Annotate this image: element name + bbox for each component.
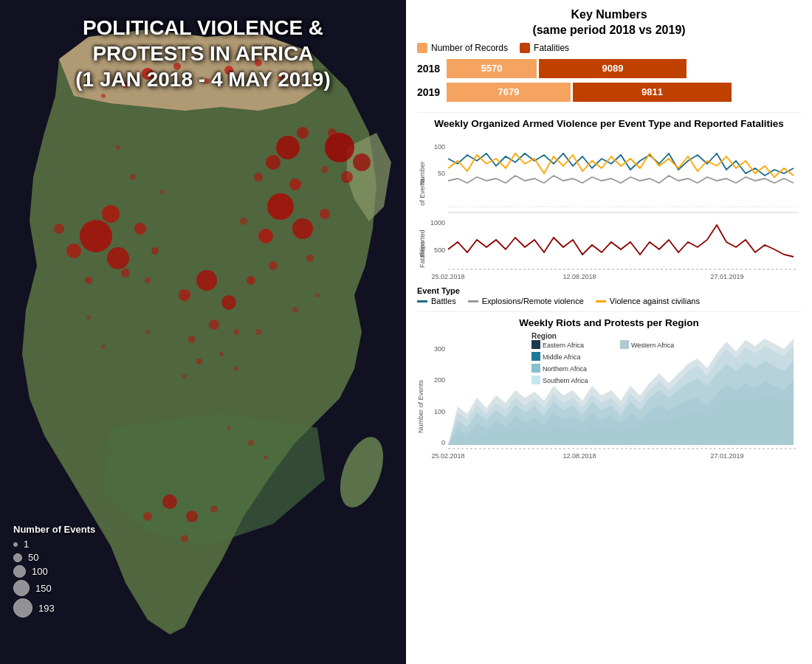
ytick-500: 500 bbox=[434, 246, 445, 254]
riots-protests-section: Weekly Riots and Protests per Region Num… bbox=[417, 311, 801, 502]
violence-civilians-label: Violence against civilians bbox=[610, 297, 700, 305]
svg-point-61 bbox=[101, 345, 106, 349]
svg-point-45 bbox=[186, 511, 198, 522]
svg-point-18 bbox=[54, 224, 64, 234]
ytick-200: 200 bbox=[434, 376, 445, 384]
records-label: Number of Records bbox=[431, 43, 508, 53]
svg-point-42 bbox=[266, 155, 281, 170]
svg-point-30 bbox=[258, 229, 273, 243]
kn-row-2019: 2019 7679 9811 bbox=[417, 83, 801, 102]
svg-point-17 bbox=[151, 247, 159, 255]
legend-item-1: 1 bbox=[13, 539, 95, 550]
svg-point-32 bbox=[320, 209, 330, 219]
southern-africa-svg-label: Southern Africa bbox=[543, 377, 588, 384]
fatalities-bar-2018: 9089 bbox=[539, 59, 687, 78]
svg-point-54 bbox=[160, 190, 165, 194]
western-africa-swatch-svg bbox=[620, 340, 629, 349]
records-swatch bbox=[417, 43, 427, 53]
svg-point-14 bbox=[102, 205, 120, 223]
y-label-events2: of Events bbox=[419, 178, 426, 206]
svg-point-11 bbox=[80, 220, 112, 252]
svg-point-60 bbox=[86, 315, 91, 319]
kn-legend-fatalities: Fatalities bbox=[520, 43, 569, 53]
violence-civilians-legend-item: Violence against civilians bbox=[596, 297, 700, 305]
svg-point-19 bbox=[85, 277, 92, 284]
legend-title: Number of Events bbox=[13, 524, 95, 535]
svg-point-51 bbox=[182, 374, 187, 378]
bars-2019: 7679 9811 bbox=[447, 83, 732, 102]
svg-point-25 bbox=[209, 319, 219, 330]
western-africa-svg-label: Western Africa bbox=[631, 342, 674, 349]
map-legend: Number of Events 1 50 100 150 193 bbox=[13, 524, 95, 620]
riots-protests-title: Weekly Riots and Protests per Region bbox=[417, 317, 801, 330]
xtick-riots-2: 12.08.2018 bbox=[562, 452, 596, 460]
violence-civilians-swatch bbox=[596, 300, 606, 302]
svg-point-62 bbox=[145, 330, 150, 334]
ytick-300: 300 bbox=[434, 345, 445, 353]
kn-legend-records: Number of Records bbox=[417, 43, 508, 53]
explosions-line bbox=[448, 176, 794, 183]
svg-point-22 bbox=[221, 295, 236, 310]
xtick-riots-3: 27.01.2019 bbox=[710, 452, 743, 460]
key-numbers-title: Key Numbers (same period 2018 vs 2019) bbox=[417, 7, 801, 38]
records-bar-2019: 7679 bbox=[447, 83, 571, 102]
svg-point-46 bbox=[143, 512, 152, 521]
armed-violence-chart-area: Number of Events Reported Fatalities 100… bbox=[417, 133, 801, 288]
svg-point-43 bbox=[297, 127, 309, 139]
svg-point-58 bbox=[292, 307, 298, 313]
explosions-legend-label: Explosions/Remote violence bbox=[482, 297, 584, 305]
svg-point-47 bbox=[181, 535, 188, 542]
fatalities-bar-2019: 9811 bbox=[573, 83, 732, 102]
bars-2018: 5570 9089 bbox=[447, 59, 687, 78]
battles-legend-swatch bbox=[417, 300, 427, 302]
svg-point-23 bbox=[179, 289, 190, 301]
legend-item-100: 100 bbox=[13, 565, 95, 578]
explosions-legend-swatch bbox=[468, 300, 478, 302]
riots-protests-chart-area: Number of Events 300 200 100 0 bbox=[417, 333, 801, 502]
records-bar-2018: 5570 bbox=[447, 59, 537, 78]
year-2018: 2018 bbox=[417, 63, 443, 75]
svg-point-44 bbox=[162, 494, 177, 509]
svg-point-15 bbox=[134, 223, 146, 235]
middle-africa-svg-label: Middle Africa bbox=[543, 353, 581, 361]
svg-point-39 bbox=[341, 171, 353, 183]
svg-point-53 bbox=[130, 174, 136, 180]
svg-point-38 bbox=[353, 153, 371, 171]
kn-row-2018: 2018 5570 9089 bbox=[417, 59, 801, 78]
battles-legend-item: Battles bbox=[417, 297, 456, 305]
svg-point-64 bbox=[264, 455, 268, 460]
armed-violence-legend: Battles Explosions/Remote violence Viole… bbox=[417, 297, 801, 305]
svg-point-13 bbox=[66, 243, 81, 258]
svg-point-28 bbox=[267, 193, 294, 220]
svg-point-20 bbox=[145, 277, 151, 283]
svg-point-9 bbox=[101, 94, 106, 98]
svg-point-21 bbox=[196, 270, 217, 291]
legend-label-100: 100 bbox=[32, 566, 48, 577]
svg-point-40 bbox=[328, 128, 337, 137]
fatalities-line bbox=[448, 225, 794, 257]
xtick-riots-1: 25.02.2018 bbox=[431, 452, 464, 460]
svg-point-41 bbox=[276, 136, 300, 159]
eastern-africa-svg-label: Eastern Africa bbox=[543, 342, 584, 349]
armed-violence-section: Weekly Organized Armed Violence per Even… bbox=[417, 112, 801, 306]
left-panel: POLITICAL VIOLENCE & PROTESTS IN AFRICA … bbox=[0, 0, 406, 664]
svg-point-50 bbox=[219, 352, 224, 356]
eastern-africa-swatch-svg bbox=[531, 340, 540, 349]
ytick-50: 50 bbox=[438, 170, 445, 177]
fatalities-label: Fatalities bbox=[534, 43, 569, 53]
svg-point-16 bbox=[121, 269, 130, 277]
svg-point-34 bbox=[306, 255, 314, 262]
svg-point-24 bbox=[247, 276, 255, 285]
svg-point-27 bbox=[233, 329, 239, 335]
svg-point-35 bbox=[254, 173, 263, 181]
svg-point-26 bbox=[188, 336, 196, 343]
legend-item-50: 50 bbox=[13, 552, 95, 563]
svg-point-59 bbox=[315, 293, 320, 297]
svg-point-63 bbox=[248, 440, 254, 446]
svg-point-36 bbox=[321, 166, 328, 173]
svg-point-56 bbox=[240, 218, 247, 225]
svg-point-52 bbox=[234, 367, 238, 371]
battles-legend-label: Battles bbox=[431, 297, 456, 305]
svg-point-65 bbox=[227, 426, 231, 430]
northern-africa-svg-label: Northern Africa bbox=[543, 365, 587, 373]
